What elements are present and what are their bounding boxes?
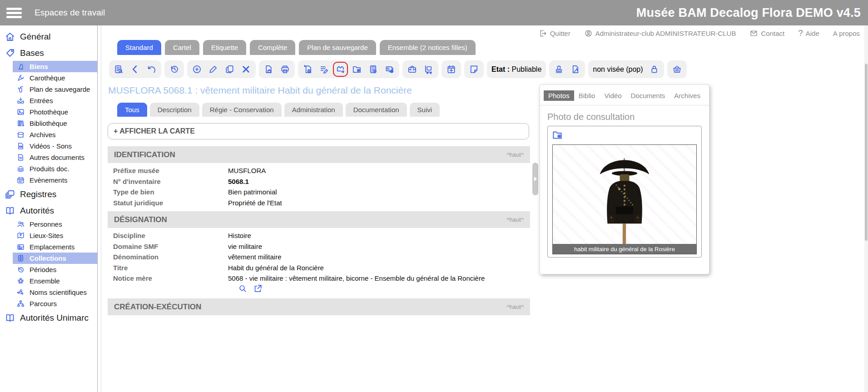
browse-photos-button[interactable] xyxy=(551,129,563,143)
sidebar-item-autres-documents[interactable]: Autres documents xyxy=(13,152,97,163)
sidebar-item-archives[interactable]: Archives xyxy=(13,129,97,140)
sidebar-item-evenements[interactable]: Evènements xyxy=(13,174,97,186)
movement-trolley-button[interactable] xyxy=(423,64,434,74)
attach-document-button[interactable] xyxy=(303,64,313,74)
detail-tabs: Tous Description Régie - Conservation Ad… xyxy=(117,103,440,117)
add-card-button[interactable] xyxy=(384,64,395,74)
sidebar-item-videos-sons[interactable]: Vidéos - Sons xyxy=(13,140,97,152)
undo-arrow-icon xyxy=(146,64,157,74)
sidebar-item-bibliotheque[interactable]: Bibliothèque xyxy=(13,118,97,129)
image-icon xyxy=(16,108,25,116)
aide-link[interactable]: ?Aide xyxy=(798,28,819,38)
tab-documentation[interactable]: Documentation xyxy=(346,103,407,117)
sidebar-item-emplacements[interactable]: Emplacements xyxy=(13,241,97,253)
media-folder-button[interactable] xyxy=(352,64,362,74)
media-tab-documents[interactable]: Documents xyxy=(626,90,670,101)
magic-document-button[interactable] xyxy=(570,64,580,74)
sidebar-item-carotheque[interactable]: Carothèque xyxy=(13,72,97,84)
panel-collapse-handle[interactable] xyxy=(532,163,538,195)
duplicate-button[interactable] xyxy=(224,64,235,74)
lock-button[interactable] xyxy=(649,64,660,74)
valuation-button[interactable] xyxy=(368,64,378,74)
media-tab-archives[interactable]: Archives xyxy=(670,90,705,101)
media-tab-biblio[interactable]: Biblio xyxy=(574,90,600,101)
application-window: Espaces de travail Musée BAM Decalog Flo… xyxy=(0,0,868,392)
sidebar-item-collections[interactable]: Collections xyxy=(13,253,97,264)
sidebar-item-label: Entrées xyxy=(30,97,53,104)
edit-list-button[interactable] xyxy=(319,64,329,74)
quitter-link[interactable]: Quitter xyxy=(539,29,570,38)
toolbox-button[interactable] xyxy=(407,64,417,74)
calendar-plus-icon xyxy=(446,64,456,74)
afficher-la-carte-toggle[interactable]: + AFFICHER LA CARTE xyxy=(108,123,529,139)
return-button[interactable] xyxy=(146,64,157,74)
media-tab-photos[interactable]: Photos xyxy=(544,90,574,101)
sidebar-item-bases[interactable]: Bases xyxy=(0,45,97,61)
sidebar-item-periodes[interactable]: Périodes xyxy=(13,264,97,275)
tab-standard[interactable]: Standard xyxy=(117,40,161,55)
field-row: Préfixe muséeMUSFLORA xyxy=(108,165,530,176)
open-box-icon xyxy=(16,130,25,139)
print-record-button[interactable] xyxy=(263,64,274,74)
stamp-button[interactable] xyxy=(554,64,564,74)
sidebar-item-biens[interactable]: Biens xyxy=(13,61,97,72)
search-list-button[interactable] xyxy=(114,64,124,74)
history-button[interactable] xyxy=(169,64,179,74)
tab-cartel[interactable]: Cartel xyxy=(165,40,199,55)
sidebar-item-produits-doc[interactable]: Produits doc. xyxy=(13,163,97,174)
add-button[interactable] xyxy=(192,64,202,74)
sidebar-item-ensemble[interactable]: Ensemble xyxy=(13,275,97,287)
tab-etiquette[interactable]: Etiquette xyxy=(203,40,246,55)
tab-suivi[interactable]: Suivi xyxy=(410,103,440,117)
note-button[interactable] xyxy=(469,64,479,74)
scrollbar-thumb[interactable] xyxy=(865,64,868,241)
sidebar-item-lieux-sites[interactable]: Lieux-Sites xyxy=(13,230,97,241)
tab-administration[interactable]: Administration xyxy=(284,103,343,117)
open-record-icon[interactable] xyxy=(253,283,263,293)
tab-ensemble-notices[interactable]: Ensemble (2 notices filles) xyxy=(380,40,476,55)
edit-button[interactable] xyxy=(208,64,218,74)
contact-link[interactable]: Contact xyxy=(749,29,784,38)
previous-button[interactable] xyxy=(130,64,140,74)
media-tab-video[interactable]: Vidéo xyxy=(600,90,626,101)
movement-box-button[interactable] xyxy=(335,64,346,74)
haut-link[interactable]: ^haut^ xyxy=(506,216,524,223)
page-scrollbar[interactable] xyxy=(864,25,868,392)
search-icon[interactable] xyxy=(238,283,248,293)
tab-description[interactable]: Description xyxy=(150,103,199,117)
add-event-button[interactable] xyxy=(446,64,456,74)
sidebar-item-parcours[interactable]: Parcours xyxy=(13,298,97,309)
user-account-link[interactable]: Administrateur-club ADMINISTRATEUR-CLUB xyxy=(584,29,736,38)
copy-icon xyxy=(224,64,235,74)
sidebar-item-noms-scientifiques[interactable]: Noms scientifiques xyxy=(13,287,97,298)
sidebar-item-phototheque[interactable]: Photothèque xyxy=(13,106,97,118)
sidebar-item-entrees[interactable]: Entrées xyxy=(13,95,97,106)
sidebar-item-autorites[interactable]: Autorités xyxy=(0,203,97,218)
sidebar-item-plan-sauvegarde[interactable]: Plan de sauvegarde xyxy=(13,84,97,95)
basket-button[interactable] xyxy=(672,64,682,74)
haut-link[interactable]: ^haut^ xyxy=(506,303,524,310)
sidebar-item-label: Périodes xyxy=(30,266,56,273)
sidebar-item-general[interactable]: Général xyxy=(0,29,97,45)
haut-link[interactable]: ^haut^ xyxy=(506,151,524,158)
hamburger-menu-icon[interactable] xyxy=(6,8,22,18)
molecule-icon xyxy=(16,288,25,297)
consultation-photo[interactable]: habit militaire du général de la Rosière xyxy=(552,144,697,254)
visa-status: non visée (pop) xyxy=(593,65,643,74)
tab-regie-conservation[interactable]: Régie - Conservation xyxy=(202,103,282,117)
delete-button[interactable] xyxy=(241,64,251,74)
sidebar-item-label: Personnes xyxy=(30,220,62,228)
tab-plan-de-sauvegarde[interactable]: Plan de sauvegarde xyxy=(299,40,376,55)
sidebar-item-autorites-unimarc[interactable]: Autorités Unimarc xyxy=(0,310,97,326)
field-value: 5068.1 xyxy=(228,176,249,187)
cluster-icon xyxy=(16,277,25,285)
section-header-identification: IDENTIFICATION ^haut^ xyxy=(108,146,530,163)
tab-tous[interactable]: Tous xyxy=(117,103,147,117)
sidebar-item-personnes[interactable]: Personnes xyxy=(13,218,97,230)
top-bar: Espaces de travail Musée BAM Decalog Flo… xyxy=(0,0,868,25)
etat-status: Etat : Publiable xyxy=(491,65,541,74)
printer-button[interactable] xyxy=(280,64,290,74)
a-propos-link[interactable]: A propos xyxy=(833,30,860,37)
sidebar-item-registres[interactable]: Registres xyxy=(0,187,97,202)
tab-complete[interactable]: Complète xyxy=(250,40,295,55)
